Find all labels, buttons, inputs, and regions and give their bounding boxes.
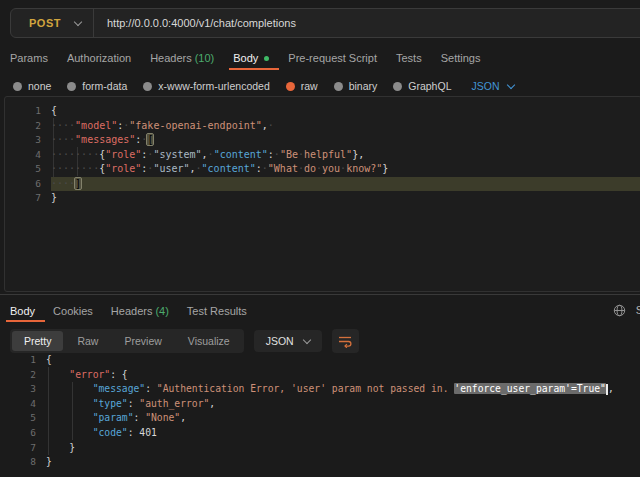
code-line-1[interactable]: 1{ [5, 104, 640, 119]
code-token: { [46, 354, 52, 365]
code-token: , [608, 383, 614, 394]
body-type-form-data[interactable]: form-data [67, 80, 127, 92]
body-type-binary[interactable]: binary [334, 80, 378, 92]
tab-settings[interactable]: Settings [441, 46, 481, 70]
radio-icon [13, 82, 22, 91]
code-token: ···· [51, 120, 75, 131]
line-number: 6 [5, 177, 41, 192]
tab-label: Pre-request Script [288, 52, 377, 64]
code-token: "model" [75, 120, 117, 131]
code-line-2[interactable]: 2····"model":·"fake-openai-endpoint",· [5, 119, 640, 134]
code-token: ···· [51, 134, 75, 145]
response-code: 1{2 "error": {3 "message": "Authenticati… [0, 353, 640, 470]
method-selector[interactable]: POST [11, 17, 93, 29]
code-line-1[interactable]: 1{ [0, 353, 640, 368]
language-label: JSON [266, 335, 294, 347]
wrap-lines-button[interactable] [332, 329, 359, 353]
tab-label: Cookies [53, 305, 93, 317]
request-tabs: Params Authorization Headers(10) Body Pr… [10, 46, 640, 70]
tab-body[interactable]: Body [233, 46, 269, 70]
chevron-down-icon [506, 80, 514, 88]
response-tab-test-results[interactable]: Test Results [187, 300, 247, 322]
divider [93, 9, 94, 37]
globe-icon[interactable] [613, 304, 626, 317]
line-number: 2 [5, 119, 41, 134]
radio-label: binary [349, 80, 378, 92]
code-token: "content" [202, 163, 256, 174]
radio-icon [334, 82, 343, 91]
code-token: "content" [214, 149, 268, 160]
view-mode-pretty[interactable]: Pretty [12, 331, 63, 351]
code-token: : [145, 383, 157, 394]
code-line-5[interactable]: 5 "param": "None", [0, 411, 640, 426]
tab-authorization[interactable]: Authorization [67, 46, 131, 70]
tab-count: (4) [155, 305, 168, 317]
code-token [46, 412, 93, 423]
code-line-6[interactable]: 6 "code": 401 [0, 426, 640, 441]
code-line-3[interactable]: 3····"messages":·[ [5, 133, 640, 148]
request-language-dropdown[interactable]: JSON [471, 80, 513, 92]
code-token: "role" [105, 163, 141, 174]
radio-label: form-data [82, 80, 127, 92]
code-token: "None" [145, 412, 180, 423]
code-token: "param" [93, 412, 134, 423]
view-mode-preview[interactable]: Preview [112, 331, 173, 351]
whitespace-dots: ········ [51, 163, 99, 174]
line-number: 2 [0, 368, 36, 383]
code-content: "type": "auth_error", [46, 397, 640, 412]
body-type-graphql[interactable]: GraphQL [393, 80, 451, 92]
code-content: ········{"role":·"system",·"content":·"B… [51, 148, 640, 163]
unsaved-dot-icon [264, 56, 269, 61]
code-token: "type" [93, 398, 128, 409]
code-token: :· [256, 163, 268, 174]
code-content: { [46, 353, 640, 368]
radio-label: none [28, 80, 51, 92]
body-type-none[interactable]: none [13, 80, 51, 92]
view-mode-visualize[interactable]: Visualize [176, 331, 242, 351]
postman-window: POST http://0.0.0.0:4000/v1/chat/complet… [0, 0, 640, 477]
tab-tests[interactable]: Tests [396, 46, 422, 70]
code-token: 401 [139, 427, 157, 438]
code-content: } [46, 455, 640, 470]
code-line-7[interactable]: 7} [5, 191, 640, 206]
code-token: ········ [51, 163, 99, 174]
code-content: ····"messages":·[ [51, 133, 640, 148]
clipped-status-text: S [636, 304, 640, 316]
code-content: "message": "Authentication Error, 'user'… [46, 382, 640, 397]
response-tab-body[interactable]: Body [10, 300, 35, 322]
code-line-2[interactable]: 2 "error": { [0, 368, 640, 383]
request-body-editor[interactable]: 1{2····"model":·"fake-openai-endpoint",·… [4, 96, 640, 292]
code-token: : [134, 412, 146, 423]
code-token: :· [141, 149, 153, 160]
tab-pre-request-script[interactable]: Pre-request Script [288, 46, 377, 70]
code-token: : { [110, 369, 128, 380]
tab-params[interactable]: Params [10, 46, 48, 70]
response-language-dropdown[interactable]: JSON [254, 330, 322, 352]
code-content: "error": { [46, 368, 640, 383]
code-line-6[interactable]: 6····] [5, 177, 640, 192]
code-content: } [46, 441, 640, 456]
line-number: 7 [0, 441, 36, 456]
code-line-4[interactable]: 4 "type": "auth_error", [0, 397, 640, 412]
code-token: "messages" [75, 134, 135, 145]
radio-icon [393, 82, 402, 91]
view-mode-raw[interactable]: Raw [65, 331, 110, 351]
code-token: : [128, 398, 140, 409]
code-token: "role" [105, 149, 141, 160]
code-token: ] [75, 178, 81, 189]
code-line-8[interactable]: 8} [0, 455, 640, 470]
whitespace-dots: ········ [51, 149, 99, 160]
code-line-7[interactable]: 7 } [0, 441, 640, 456]
response-tab-headers[interactable]: Headers(4) [111, 300, 169, 322]
body-type-x-www-form-urlencoded[interactable]: x-www-form-urlencoded [143, 80, 269, 92]
line-number: 7 [5, 191, 41, 206]
tab-headers[interactable]: Headers(10) [150, 46, 214, 70]
code-line-3[interactable]: 3 "message": "Authentication Error, 'use… [0, 382, 640, 397]
code-line-4[interactable]: 4········{"role":·"system",·"content":·"… [5, 148, 640, 163]
url-input[interactable]: http://0.0.0.0:4000/v1/chat/completions [107, 17, 296, 29]
code-token: "fake-openai-endpoint" [129, 120, 261, 131]
code-line-5[interactable]: 5········{"role":·"user",·"content":·"Wh… [5, 162, 640, 177]
response-tab-cookies[interactable]: Cookies [53, 300, 93, 322]
line-number: 1 [5, 104, 41, 119]
body-type-raw[interactable]: raw [286, 80, 318, 92]
